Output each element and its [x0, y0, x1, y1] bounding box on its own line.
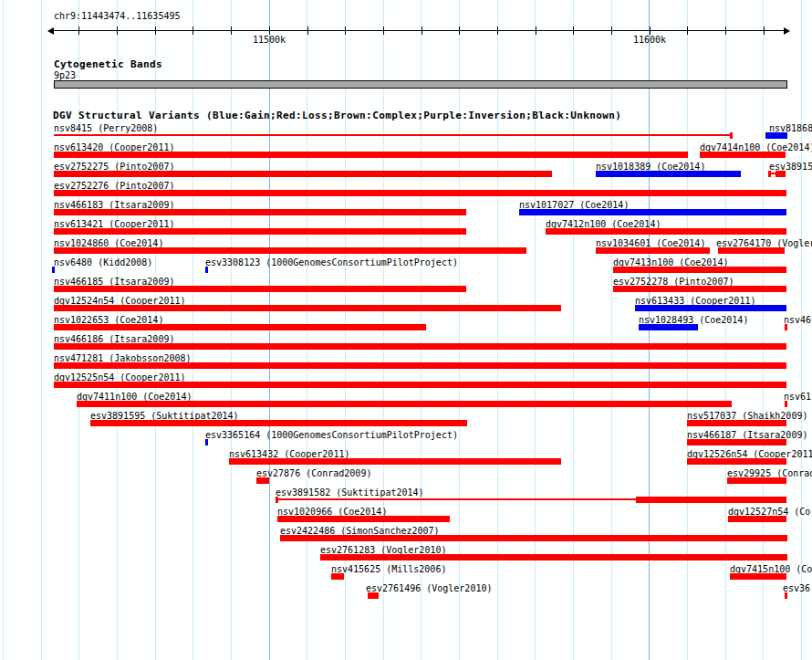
variant-label[interactable]: esv3891582 (Suktitipat2014)	[276, 487, 424, 498]
variant-bar[interactable]	[54, 228, 466, 235]
variant-bar[interactable]	[636, 497, 786, 503]
variant-label[interactable]: nsv6480 (Kidd2008)	[54, 257, 152, 267]
ruler-left-arrow-icon	[47, 27, 54, 35]
ruler-tick	[383, 26, 384, 35]
ruler-axis-line	[54, 30, 784, 31]
ruler-tick	[422, 26, 422, 35]
ruler-tick	[307, 26, 308, 35]
variant-label[interactable]: esv2761496 (Vogler2010)	[366, 583, 492, 593]
variant-label[interactable]: nsv415625 (Mills2006)	[331, 564, 446, 574]
variant-label[interactable]: nsv8415 (Perry2008)	[54, 123, 158, 133]
variant-bar[interactable]	[727, 477, 786, 484]
ruler-tick-label: 11500k	[253, 35, 286, 45]
grid-minor-line	[725, 0, 726, 660]
variant-bar[interactable]	[54, 209, 466, 215]
ruler-tick	[345, 26, 346, 35]
ruler-tick	[497, 26, 498, 35]
variant-bar[interactable]	[776, 171, 786, 177]
variant-bar[interactable]	[54, 171, 552, 177]
variant-end-tick[interactable]	[205, 439, 208, 445]
variant-label[interactable]: esv3365164 (1000GenomesConsortiumPilotPr…	[205, 430, 458, 440]
variant-bar[interactable]	[54, 152, 688, 158]
variant-bar[interactable]	[613, 267, 786, 273]
ruler-tick	[193, 26, 193, 35]
variant-bar[interactable]	[687, 420, 786, 426]
variant-bar[interactable]	[730, 573, 786, 580]
variant-bar[interactable]	[687, 439, 786, 445]
region-label: chr9:11443474..11635495	[54, 11, 180, 21]
variant-bar[interactable]	[700, 152, 786, 158]
ruler-tick	[155, 26, 156, 35]
variant-bar[interactable]	[596, 247, 710, 254]
grid-minor-line	[497, 0, 498, 660]
grid-minor-line	[41, 0, 42, 660]
ruler-tick-label: 11600k	[633, 35, 666, 45]
variant-end-tick[interactable]	[205, 267, 208, 273]
variant-bar[interactable]	[368, 592, 379, 599]
ruler-tick	[78, 26, 79, 35]
variant-bar[interactable]	[277, 516, 450, 522]
variant-end-tick[interactable]	[785, 401, 787, 407]
variant-end-tick[interactable]	[52, 267, 55, 273]
ruler-tick	[725, 26, 726, 35]
variant-span-line[interactable]	[276, 498, 636, 500]
ruler-tick	[611, 26, 612, 35]
variant-bar[interactable]	[90, 420, 467, 426]
variant-label[interactable]: esv3308123 (1000GenomesConsortiumPilotPr…	[205, 257, 458, 267]
variant-bar[interactable]	[613, 286, 786, 292]
ruler-tick	[269, 26, 270, 35]
genome-browser-panel: chr9:11443474..11635495 11500k11600k Cyt…	[0, 0, 812, 660]
variant-bar[interactable]	[54, 362, 786, 369]
variant-end-tick[interactable]	[785, 592, 787, 599]
variant-bar[interactable]	[54, 324, 426, 330]
variant-bar[interactable]	[596, 171, 741, 177]
variant-label[interactable]: esv27876 (Conrad2009)	[256, 468, 371, 478]
ruler-tick	[117, 26, 118, 35]
ruler-tick	[687, 26, 688, 35]
grid-minor-line	[801, 0, 802, 660]
variant-end-tick[interactable]	[785, 324, 787, 330]
dgv-track-title: DGV Structural Variants (Blue:Gain;Red:L…	[53, 110, 621, 121]
variant-label[interactable]: nsv46	[784, 315, 811, 325]
grid-minor-line	[459, 0, 460, 660]
grid-minor-line	[573, 0, 574, 660]
variant-bar[interactable]	[320, 554, 787, 560]
cytoband-label: 9p23	[54, 70, 76, 80]
variant-bar[interactable]	[635, 305, 786, 311]
variant-bar[interactable]	[229, 458, 561, 465]
variant-bar[interactable]	[54, 190, 786, 196]
grid-minor-line	[611, 0, 612, 660]
ruler-tick	[231, 26, 232, 35]
variant-bar[interactable]	[687, 458, 786, 465]
variant-bar[interactable]	[54, 286, 466, 292]
ruler-tick	[573, 26, 574, 35]
variant-label[interactable]: nsv61	[784, 392, 811, 402]
variant-bar[interactable]	[331, 573, 344, 580]
variant-bar[interactable]	[54, 305, 561, 311]
variant-end-tick[interactable]	[730, 132, 733, 139]
ruler-right-arrow-icon	[784, 27, 790, 35]
variant-bar[interactable]	[54, 343, 786, 350]
variant-bar[interactable]	[256, 477, 269, 484]
cytogenetic-bands-title: Cytogenetic Bands	[54, 58, 162, 70]
ruler-tick	[764, 26, 765, 35]
variant-bar[interactable]	[77, 401, 732, 407]
grid-minor-line	[535, 0, 536, 660]
cytoband-bar	[54, 80, 787, 89]
variant-bar[interactable]	[54, 247, 526, 254]
variant-span-line[interactable]	[768, 173, 776, 174]
variant-bar[interactable]	[718, 247, 785, 254]
grid-minor-line	[3, 0, 4, 660]
ruler-tick	[459, 26, 460, 35]
ruler-tick	[650, 26, 651, 35]
variant-bar[interactable]	[54, 382, 786, 388]
variant-bar[interactable]	[280, 535, 787, 541]
variant-bar[interactable]	[639, 324, 698, 330]
variant-span-line[interactable]	[54, 134, 731, 136]
variant-bar[interactable]	[765, 132, 787, 139]
variant-bar[interactable]	[546, 228, 786, 235]
grid-minor-line	[763, 0, 764, 660]
variant-bar[interactable]	[728, 516, 786, 522]
variant-bar[interactable]	[519, 209, 786, 215]
ruler-tick	[536, 26, 536, 35]
